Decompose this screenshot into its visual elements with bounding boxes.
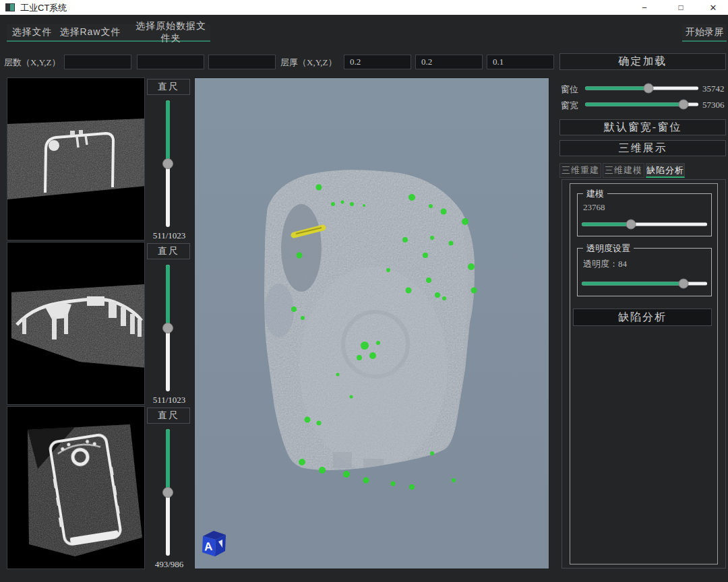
tab-defect-analysis[interactable]: 缺陷分析: [646, 163, 685, 178]
layers-label: 层数（X,Y,Z）: [4, 57, 61, 69]
minimize-button[interactable]: −: [630, 0, 659, 15]
modeling-slider[interactable]: [582, 219, 707, 230]
window-level-label: 窗位: [561, 84, 578, 96]
select-raw-file-button[interactable]: 选择Raw文件: [57, 24, 123, 40]
start-record-button[interactable]: 开始录屏: [682, 24, 727, 42]
default-ww-wl-button[interactable]: 默认窗宽-窗位: [559, 119, 726, 135]
layers-x-input[interactable]: [64, 55, 131, 69]
slider-fill: [585, 103, 684, 106]
slice-view-3-image[interactable]: [7, 406, 145, 569]
slice-slider-1[interactable]: [162, 100, 173, 227]
slider-handle[interactable]: [162, 323, 173, 333]
app-icon: [5, 3, 15, 11]
slider-fill: [166, 265, 170, 328]
modeling-groupbox: 建模 23768: [577, 193, 712, 236]
slider-fill: [585, 87, 648, 90]
confirm-load-button[interactable]: 确定加载: [559, 53, 726, 70]
slider-handle[interactable]: [678, 279, 688, 289]
window-width-label: 窗宽: [561, 100, 578, 112]
slider-fill: [166, 429, 170, 492]
thickness-y-input[interactable]: [415, 55, 483, 69]
3d-model-render: A: [195, 78, 550, 570]
slice-position-3: 493/986: [146, 559, 193, 570]
layers-y-input[interactable]: [137, 55, 204, 69]
window-title: 工业CT系统: [20, 2, 67, 14]
select-raw-data-folder-button[interactable]: 选择原始数据文件夹: [131, 24, 210, 40]
slider-fill: [166, 100, 170, 164]
window-level-value: 35742: [702, 84, 725, 94]
modeling-group-title: 建模: [583, 188, 607, 200]
slice-view-1-image[interactable]: [7, 77, 145, 240]
3d-viewport[interactable]: A: [194, 77, 549, 569]
file-toolbar: 选择文件 选择Raw文件 选择原始数据文件夹: [7, 24, 210, 42]
window-width-slider[interactable]: [585, 99, 698, 110]
slider-handle[interactable]: [644, 84, 654, 94]
slider-handle[interactable]: [162, 158, 173, 169]
slice-slider-2[interactable]: [162, 265, 173, 391]
thickness-z-input[interactable]: [487, 55, 554, 69]
defect-analysis-button[interactable]: 缺陷分析: [573, 309, 712, 326]
opacity-group-title: 透明度设置: [583, 243, 634, 255]
opacity-slider[interactable]: [582, 278, 707, 289]
tab-3d-modeling[interactable]: 三维建模: [603, 163, 644, 178]
select-file-button[interactable]: 选择文件: [7, 24, 57, 40]
thickness-x-input[interactable]: [344, 55, 411, 69]
close-button[interactable]: ✕: [698, 0, 728, 15]
slider-fill: [582, 282, 684, 286]
thickness-label: 层厚（X,Y,Z）: [280, 57, 337, 69]
ruler-button-3[interactable]: 直尺: [147, 408, 190, 424]
tab-3d-reconstruction[interactable]: 三维重建: [559, 163, 601, 178]
slider-handle[interactable]: [626, 220, 636, 230]
orientation-cube-logo: A: [202, 531, 226, 556]
logo-letter: A: [204, 540, 213, 554]
window-width-value: 57306: [702, 100, 725, 110]
slice-slider-3[interactable]: [162, 429, 173, 556]
titlebar: 工业CT系统 − □ ✕: [0, 0, 728, 15]
slider-handle[interactable]: [162, 487, 173, 498]
maximize-button[interactable]: □: [666, 0, 696, 15]
opacity-value-label: 透明度：84: [583, 258, 627, 270]
slider-handle[interactable]: [679, 100, 689, 110]
window-level-slider[interactable]: [585, 83, 698, 94]
display-3d-button[interactable]: 三维展示: [559, 140, 726, 156]
layers-z-input[interactable]: [208, 55, 276, 69]
ruler-button-1[interactable]: 直尺: [147, 79, 190, 95]
slice-position-2: 511/1023: [146, 395, 193, 406]
slice-position-1: 511/1023: [146, 230, 193, 241]
opacity-groupbox: 透明度设置 透明度：84: [577, 248, 712, 296]
tab-content-frame: [570, 183, 718, 564]
slice-view-2-image[interactable]: [7, 242, 145, 405]
slider-fill: [582, 223, 631, 226]
ruler-button-2[interactable]: 直尺: [147, 243, 190, 259]
modeling-value: 23768: [583, 202, 605, 213]
